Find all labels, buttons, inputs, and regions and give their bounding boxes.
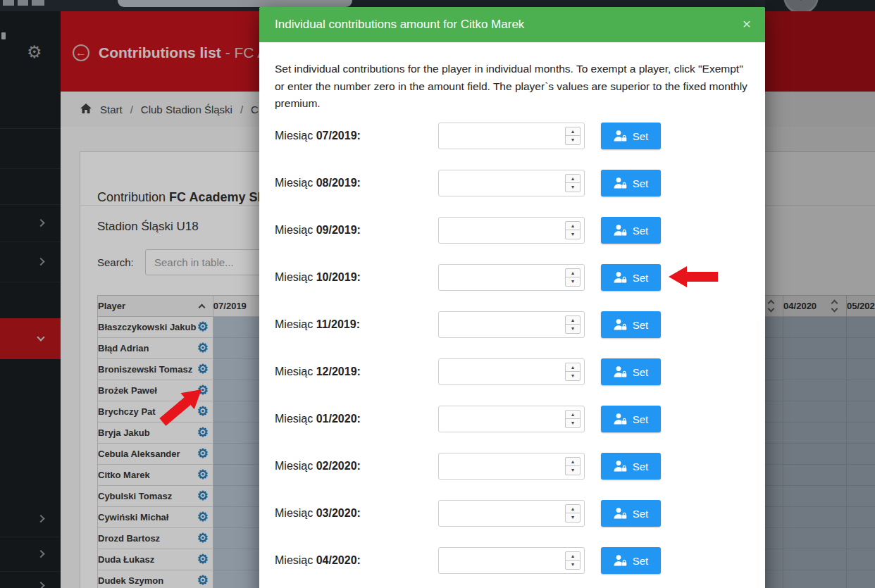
amount-input-wrap: ▴▾ <box>438 264 585 291</box>
month-label: Miesiąc 11/2019: <box>275 318 360 331</box>
amount-input-wrap: ▴▾ <box>438 406 585 432</box>
number-spinner[interactable]: ▴▾ <box>565 221 581 239</box>
amount-input[interactable] <box>438 453 585 480</box>
amount-input[interactable] <box>438 547 585 574</box>
amount-input[interactable] <box>438 170 585 196</box>
month-label: Miesiąc 12/2019: <box>275 365 361 378</box>
month-label: Miesiąc 08/2019: <box>275 177 361 189</box>
modal-backdrop-right <box>765 0 875 588</box>
month-row: Miesiąc 04/2020:▴▾Set <box>259 547 765 575</box>
month-row: Miesiąc 10/2019:▴▾Set <box>259 264 765 292</box>
set-button-label: Set <box>633 130 649 142</box>
month-label: Miesiąc 01/2020: <box>275 413 361 425</box>
month-row: Miesiąc 09/2019:▴▾Set <box>259 217 765 245</box>
set-button[interactable]: Set <box>601 123 661 149</box>
user-lock-icon <box>614 413 627 425</box>
set-button-label: Set <box>633 272 649 284</box>
number-spinner[interactable]: ▴▾ <box>565 504 581 523</box>
set-button[interactable]: Set <box>601 217 661 244</box>
amount-input-wrap: ▴▾ <box>438 170 585 196</box>
amount-input-wrap: ▴▾ <box>438 217 585 244</box>
number-spinner[interactable]: ▴▾ <box>565 268 581 287</box>
set-button[interactable]: Set <box>601 311 661 338</box>
amount-input-wrap: ▴▾ <box>438 453 585 480</box>
number-spinner[interactable]: ▴▾ <box>565 363 581 381</box>
number-spinner[interactable]: ▴▾ <box>565 410 581 428</box>
modal-description: Set individual contributions for the pla… <box>275 61 752 113</box>
set-button-label: Set <box>633 319 649 331</box>
month-row: Miesiąc 03/2020:▴▾Set <box>259 500 765 528</box>
amount-input[interactable] <box>438 123 585 149</box>
month-label: Miesiąc 04/2020: <box>275 554 361 567</box>
set-button-label: Set <box>633 413 649 425</box>
set-button-label: Set <box>633 177 649 189</box>
month-row: Miesiąc 12/2019:▴▾Set <box>259 358 765 387</box>
number-spinner[interactable]: ▴▾ <box>565 315 581 334</box>
user-lock-icon <box>614 555 627 566</box>
set-button-label: Set <box>633 508 649 520</box>
user-lock-icon <box>614 225 627 236</box>
month-label: Miesiąc 07/2019: <box>275 130 361 142</box>
user-lock-icon <box>614 366 627 377</box>
amount-input-wrap: ▴▾ <box>438 500 585 527</box>
set-button-label: Set <box>633 225 649 237</box>
modal-title: Individual contributions amount for Citk… <box>275 7 524 42</box>
individual-contributions-modal: Individual contributions amount for Citk… <box>259 7 765 588</box>
amount-input[interactable] <box>438 217 585 244</box>
amount-input[interactable] <box>438 406 585 432</box>
amount-input[interactable] <box>438 500 585 527</box>
set-button-label: Set <box>633 366 649 378</box>
user-lock-icon <box>614 461 627 472</box>
set-button-label: Set <box>633 461 649 473</box>
amount-input[interactable] <box>438 358 585 385</box>
set-button[interactable]: Set <box>601 500 661 527</box>
amount-input-wrap: ▴▾ <box>438 358 585 385</box>
number-spinner[interactable]: ▴▾ <box>565 174 581 192</box>
app-screen: ⚙ ← Contributions list - FC A Start/Club… <box>0 0 875 588</box>
set-button[interactable]: Set <box>601 358 661 385</box>
month-row: Miesiąc 01/2020:▴▾Set <box>259 406 765 434</box>
user-lock-icon <box>614 177 627 189</box>
month-row: Miesiąc 07/2019:▴▾Set <box>259 123 765 151</box>
number-spinner[interactable]: ▴▾ <box>565 127 581 145</box>
set-button[interactable]: Set <box>601 264 661 291</box>
month-label: Miesiąc 09/2019: <box>275 224 361 237</box>
set-button[interactable]: Set <box>601 547 661 574</box>
amount-input[interactable] <box>438 264 585 291</box>
month-row: Miesiąc 02/2020:▴▾Set <box>259 453 765 481</box>
user-lock-icon <box>614 130 627 142</box>
amount-input-wrap: ▴▾ <box>438 123 585 149</box>
number-spinner[interactable]: ▴▾ <box>565 551 581 570</box>
set-button[interactable]: Set <box>601 453 661 480</box>
modal-header: Individual contributions amount for Citk… <box>259 7 765 42</box>
amount-input-wrap: ▴▾ <box>438 311 585 338</box>
month-row: Miesiąc 11/2019:▴▾Set <box>259 311 765 339</box>
number-spinner[interactable]: ▴▾ <box>565 457 581 475</box>
set-button[interactable]: Set <box>601 170 661 196</box>
set-button[interactable]: Set <box>601 406 661 432</box>
month-label: Miesiąc 02/2020: <box>275 460 361 473</box>
month-label: Miesiąc 10/2019: <box>275 271 361 284</box>
close-icon[interactable]: × <box>743 15 751 32</box>
amount-input-wrap: ▴▾ <box>438 547 585 574</box>
month-label: Miesiąc 03/2020: <box>275 507 361 520</box>
user-lock-icon <box>614 272 627 283</box>
month-row: Miesiąc 08/2019:▴▾Set <box>259 170 765 198</box>
set-button-label: Set <box>633 555 649 567</box>
amount-input[interactable] <box>438 311 585 338</box>
user-lock-icon <box>614 319 627 330</box>
user-lock-icon <box>614 508 627 519</box>
